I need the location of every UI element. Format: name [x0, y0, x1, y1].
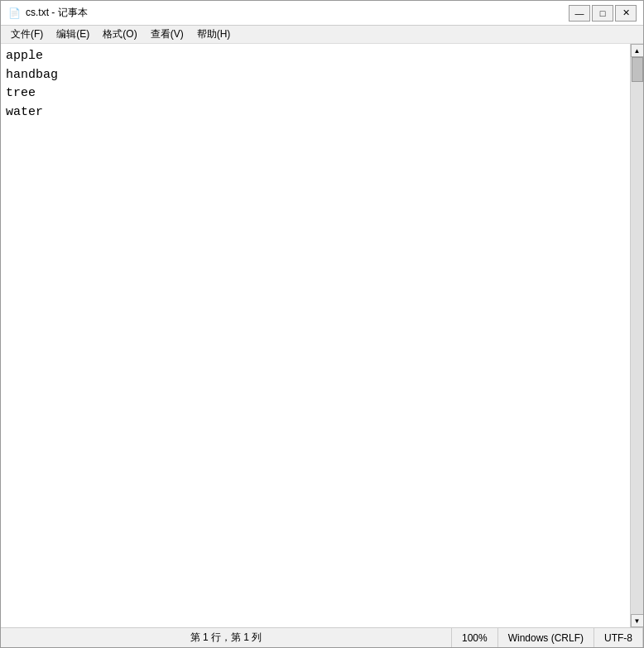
title-bar-left: 📄 cs.txt - 记事本: [7, 6, 88, 20]
menu-help[interactable]: 帮助(H): [190, 26, 238, 43]
menu-edit[interactable]: 编辑(E): [50, 26, 96, 43]
close-button[interactable]: ✕: [615, 5, 637, 22]
menu-file[interactable]: 文件(F): [4, 26, 50, 43]
maximize-button[interactable]: □: [592, 5, 613, 22]
scroll-thumb[interactable]: [632, 57, 643, 82]
zoom-level: 100%: [452, 628, 498, 647]
editor-area: apple handbag tree water ▲ ▼: [1, 44, 643, 627]
app-icon: 📄: [7, 7, 21, 20]
notepad-window: 📄 cs.txt - 记事本 — □ ✕ 文件(F) 编辑(E) 格式(O) 查…: [0, 0, 644, 648]
menu-bar: 文件(F) 编辑(E) 格式(O) 查看(V) 帮助(H): [1, 26, 643, 44]
vertical-scrollbar[interactable]: ▲ ▼: [630, 44, 643, 627]
line-ending: Windows (CRLF): [498, 628, 594, 647]
title-bar: 📄 cs.txt - 记事本 — □ ✕: [1, 1, 643, 26]
text-editor[interactable]: apple handbag tree water: [1, 44, 630, 627]
menu-view[interactable]: 查看(V): [144, 26, 190, 43]
status-bar: 第 1 行，第 1 列 100% Windows (CRLF) UTF-8: [1, 627, 643, 647]
window-controls: — □ ✕: [569, 5, 637, 22]
cursor-position: 第 1 行，第 1 列: [1, 628, 452, 647]
scroll-down-button[interactable]: ▼: [631, 614, 644, 627]
scroll-up-button[interactable]: ▲: [631, 44, 644, 57]
encoding: UTF-8: [594, 628, 643, 647]
minimize-button[interactable]: —: [569, 5, 590, 22]
window-title: cs.txt - 记事本: [26, 6, 88, 20]
menu-format[interactable]: 格式(O): [96, 26, 143, 43]
scroll-track[interactable]: [631, 57, 643, 614]
